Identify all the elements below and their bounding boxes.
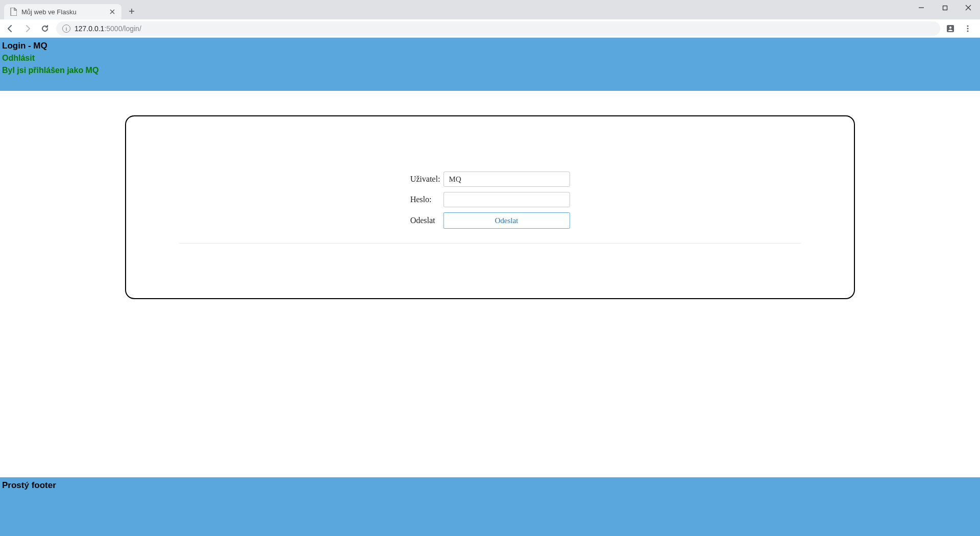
username-input[interactable] <box>443 172 570 187</box>
password-input[interactable] <box>443 192 570 207</box>
window-controls <box>910 0 980 19</box>
url-text: 127.0.0.1:5000/login/ <box>75 25 141 33</box>
page-header-banner: Login - MQ Odhlásit Byl jsi přihlášen ja… <box>0 38 980 91</box>
browser-toolbar: i 127.0.0.1:5000/login/ <box>0 19 980 38</box>
footer-text: Prostý footer <box>2 480 56 490</box>
browser-tab[interactable]: Můj web ve Flasku <box>4 4 121 19</box>
page-title: Login - MQ <box>2 40 978 52</box>
submit-label: Odeslat <box>410 216 440 225</box>
svg-rect-0 <box>943 6 947 10</box>
password-label: Heslo: <box>410 195 440 204</box>
login-form: Uživatel: Heslo: Odeslat Odeslat <box>410 172 570 229</box>
url-path: :5000/login/ <box>104 25 141 33</box>
login-status-message: Byl jsi přihlášen jako MQ <box>2 64 978 77</box>
page-footer: Prostý footer <box>0 477 980 536</box>
window-maximize-button[interactable] <box>933 0 957 15</box>
svg-point-4 <box>967 28 968 29</box>
page-icon <box>9 8 17 16</box>
address-bar[interactable]: i 127.0.0.1:5000/login/ <box>56 21 940 36</box>
account-icon[interactable] <box>945 23 955 34</box>
submit-button[interactable]: Odeslat <box>443 212 570 229</box>
back-button[interactable] <box>4 22 16 35</box>
svg-point-3 <box>967 25 968 27</box>
svg-point-2 <box>949 26 951 28</box>
form-divider <box>179 243 801 243</box>
browser-titlebar: Můj web ve Flasku <box>0 0 980 19</box>
login-form-box: Uživatel: Heslo: Odeslat Odeslat <box>125 115 855 299</box>
forward-button[interactable] <box>21 22 34 35</box>
site-info-icon[interactable]: i <box>62 25 70 33</box>
svg-point-5 <box>967 30 968 32</box>
tab-close-icon[interactable] <box>108 8 116 16</box>
tab-title: Můj web ve Flasku <box>21 8 77 16</box>
reload-button[interactable] <box>39 22 51 35</box>
new-tab-button[interactable] <box>125 4 139 18</box>
main-content: Uživatel: Heslo: Odeslat Odeslat <box>0 91 980 477</box>
username-label: Uživatel: <box>410 175 440 184</box>
toolbar-right-icons <box>945 23 976 34</box>
logout-link[interactable]: Odhlásit <box>2 54 35 62</box>
menu-icon[interactable] <box>963 23 973 34</box>
window-close-button[interactable] <box>957 0 980 15</box>
window-minimize-button[interactable] <box>910 0 933 15</box>
url-host: 127.0.0.1 <box>75 25 104 33</box>
